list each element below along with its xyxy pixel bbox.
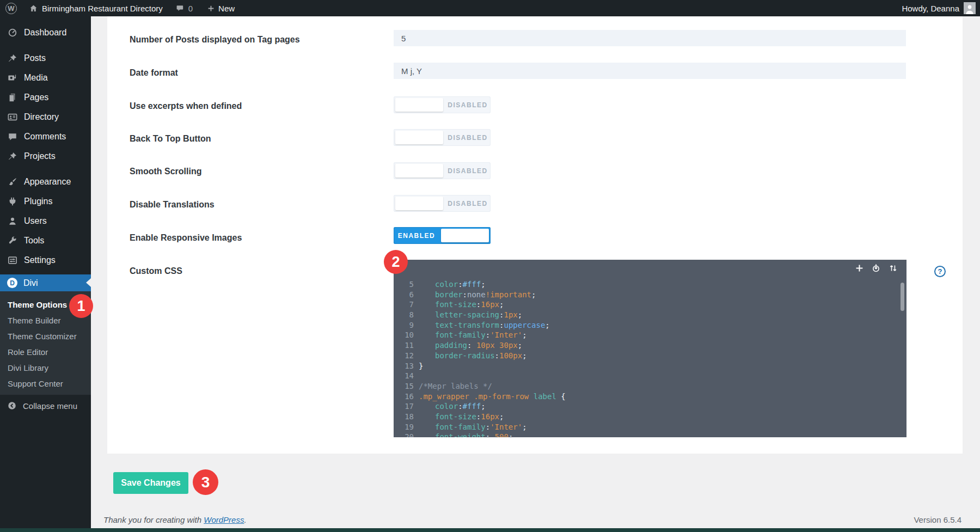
toggle-knob bbox=[441, 229, 489, 242]
help-icon[interactable]: ? bbox=[934, 266, 946, 277]
back-to-top-toggle[interactable]: DISABLED bbox=[394, 129, 491, 146]
setting-label-date-format: Date format bbox=[130, 68, 178, 78]
custom-css-editor-code[interactable]: 5color:#fff;6border:none!important;7font… bbox=[394, 260, 906, 437]
editor-import-icon[interactable] bbox=[871, 263, 881, 273]
home-icon[interactable] bbox=[29, 4, 38, 13]
sliders-icon bbox=[7, 255, 18, 266]
sidebar-item-appearance[interactable]: Appearance bbox=[0, 172, 91, 192]
wrench-icon bbox=[7, 235, 18, 246]
toggle-knob bbox=[395, 197, 443, 210]
sidebar-item-users[interactable]: Users bbox=[0, 211, 91, 231]
sidebar-item-settings[interactable]: Settings bbox=[0, 250, 91, 270]
active-menu-arrow bbox=[86, 278, 91, 287]
comments-count: 0 bbox=[188, 4, 193, 13]
dashboard-icon bbox=[7, 27, 18, 38]
user-icon bbox=[7, 216, 18, 227]
sidebar-item-posts[interactable]: Posts bbox=[0, 48, 91, 68]
toggle-knob bbox=[395, 131, 443, 144]
sidebar-item-projects[interactable]: Projects bbox=[0, 146, 91, 166]
setting-label-posts-on-tag-pages: Number of Posts displayed on Tag pages bbox=[130, 35, 300, 45]
save-changes-button[interactable]: Save Changes bbox=[113, 472, 188, 494]
smooth-scrolling-toggle[interactable]: DISABLED bbox=[394, 162, 491, 179]
setting-label-responsive-images: Enable Responsive Images bbox=[130, 233, 242, 243]
date-format-input[interactable] bbox=[394, 63, 906, 79]
avatar[interactable] bbox=[964, 2, 976, 14]
version-label: Version 6.5.4 bbox=[914, 515, 961, 524]
setting-label-smooth-scrolling: Smooth Scrolling bbox=[130, 167, 201, 176]
sidebar-item-dashboard[interactable]: Dashboard bbox=[0, 23, 91, 42]
theme-options-panel: Number of Posts displayed on Tag pages D… bbox=[107, 16, 963, 454]
plug-icon bbox=[7, 196, 18, 207]
pages-icon bbox=[7, 92, 18, 103]
sidebar-item-pages[interactable]: Pages bbox=[0, 88, 91, 107]
disable-translations-toggle[interactable]: DISABLED bbox=[394, 195, 491, 212]
camera-icon bbox=[7, 72, 18, 83]
window-bottom-edge bbox=[0, 528, 980, 532]
sidebar-item-media[interactable]: Media bbox=[0, 68, 91, 88]
wordpress-logo-icon[interactable]: W bbox=[5, 3, 17, 14]
id-card-icon bbox=[7, 112, 18, 123]
responsive-images-toggle[interactable]: ENABLED bbox=[394, 227, 491, 244]
footer-thanks-suffix: . bbox=[244, 515, 246, 524]
comments-bubble-icon[interactable] bbox=[176, 4, 185, 13]
collapse-arrow-icon bbox=[7, 401, 17, 411]
admin-sidebar: Dashboard Posts Media Pages Directory bbox=[0, 16, 91, 528]
admin-bar-right: Howdy, Deanna bbox=[902, 2, 980, 14]
submenu-item-role-editor[interactable]: Role Editor bbox=[0, 344, 91, 360]
submenu-item-divi-library[interactable]: Divi Library bbox=[0, 360, 91, 376]
submenu-item-theme-customizer[interactable]: Theme Customizer bbox=[0, 328, 91, 344]
use-excerpts-toggle[interactable]: DISABLED bbox=[394, 96, 491, 113]
submenu-item-support-center[interactable]: Support Center bbox=[0, 376, 91, 392]
annotation-badge-2: 2 bbox=[384, 250, 408, 274]
sidebar-item-directory[interactable]: Directory bbox=[0, 107, 91, 127]
admin-bar: W Birmingham Restaurant Directory 0 New … bbox=[0, 0, 980, 16]
wordpress-link[interactable]: WordPress bbox=[204, 515, 244, 524]
custom-css-editor[interactable]: 5color:#fff;6border:none!important;7font… bbox=[394, 260, 906, 437]
sidebar-item-divi[interactable]: D Divi bbox=[0, 274, 91, 291]
annotation-badge-3: 3 bbox=[193, 469, 218, 495]
setting-label-custom-css: Custom CSS bbox=[130, 266, 182, 276]
site-name-link[interactable]: Birmingham Restaurant Directory bbox=[42, 4, 163, 13]
setting-label-disable-translations: Disable Translations bbox=[130, 200, 215, 210]
annotation-badge-1: 1 bbox=[69, 294, 93, 318]
footer-thanks: Thank you for creating with WordPress. bbox=[103, 515, 247, 524]
pushpin-icon bbox=[7, 151, 18, 162]
setting-label-use-excerpts: Use excerpts when defined bbox=[130, 101, 242, 111]
footer-thanks-prefix: Thank you for creating with bbox=[103, 515, 204, 524]
sidebar-item-tools[interactable]: Tools bbox=[0, 231, 91, 250]
paintbrush-icon bbox=[7, 176, 18, 187]
editor-scrollbar-thumb[interactable] bbox=[901, 283, 904, 311]
admin-bar-left: W Birmingham Restaurant Directory 0 New bbox=[0, 3, 235, 14]
divi-logo-icon: D bbox=[7, 278, 17, 288]
editor-sort-arrows-icon[interactable] bbox=[888, 263, 898, 273]
pushpin-icon bbox=[7, 53, 18, 64]
plus-icon[interactable] bbox=[207, 4, 215, 13]
sidebar-item-plugins[interactable]: Plugins bbox=[0, 192, 91, 211]
toggle-knob bbox=[395, 164, 443, 178]
toggle-knob bbox=[395, 98, 443, 112]
new-menu-item[interactable]: New bbox=[218, 4, 235, 13]
setting-label-back-to-top: Back To Top Button bbox=[130, 134, 211, 144]
editor-toolbar bbox=[854, 263, 898, 273]
editor-add-icon[interactable] bbox=[854, 263, 864, 273]
sidebar-item-comments[interactable]: Comments bbox=[0, 127, 91, 146]
collapse-menu-button[interactable]: Collapse menu bbox=[0, 398, 91, 414]
howdy-account-link[interactable]: Howdy, Deanna bbox=[902, 4, 959, 13]
posts-on-tag-pages-input[interactable] bbox=[394, 30, 906, 46]
comment-bubble-icon bbox=[7, 131, 18, 142]
